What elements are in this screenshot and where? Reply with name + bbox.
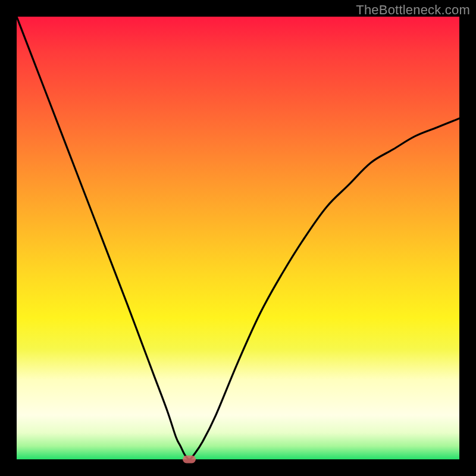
curve-svg: [17, 17, 459, 459]
plot-area: [17, 17, 459, 459]
optimum-marker: [183, 456, 196, 464]
bottleneck-curve-path: [17, 17, 459, 459]
chart-frame: TheBottleneck.com: [0, 0, 476, 476]
watermark-text: TheBottleneck.com: [356, 2, 470, 18]
